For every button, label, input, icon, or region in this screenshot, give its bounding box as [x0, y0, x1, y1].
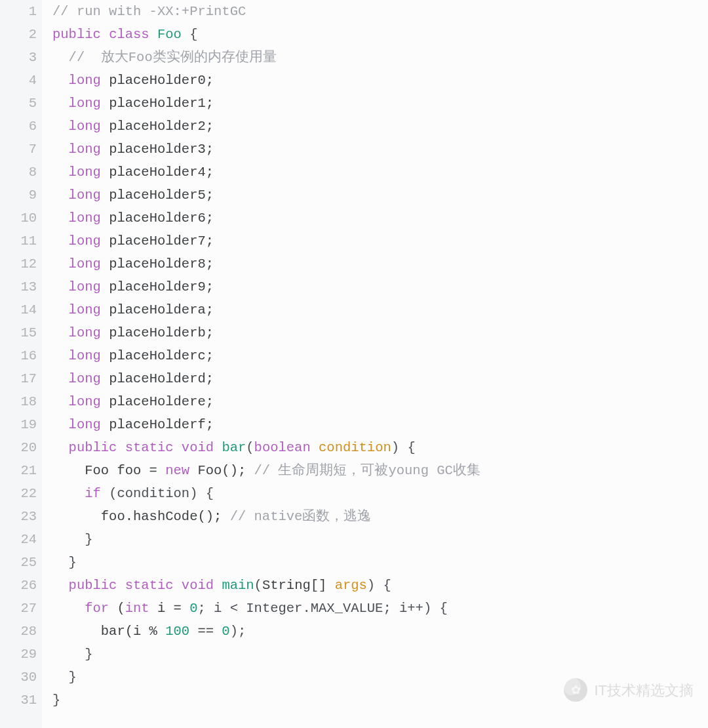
code-line: } — [52, 689, 708, 712]
line-number: 20 — [0, 436, 37, 459]
line-number: 23 — [0, 505, 37, 528]
code-line: } — [52, 528, 708, 551]
line-number: 30 — [0, 666, 37, 689]
line-number: 28 — [0, 620, 37, 643]
code-line: // run with -XX:+PrintGC — [52, 0, 708, 23]
code-line: long placeHolderf; — [52, 413, 708, 436]
line-number: 2 — [0, 23, 37, 46]
code-line: long placeHoldera; — [52, 298, 708, 321]
code-line: long placeHolder3; — [52, 138, 708, 161]
code-line: for (int i = 0; i < Integer.MAX_VALUE; i… — [52, 597, 708, 620]
line-number: 12 — [0, 253, 37, 275]
code-line: } — [52, 551, 708, 574]
code-line: public static void bar(boolean condition… — [52, 436, 708, 459]
code-line: // 放大Foo类实例的内存使用量 — [52, 46, 708, 69]
code-line: public static void main(String[] args) { — [52, 574, 708, 597]
line-number: 18 — [0, 390, 37, 413]
code-line: long placeHolder4; — [52, 161, 708, 184]
code-line: if (condition) { — [52, 482, 708, 505]
line-number: 17 — [0, 367, 37, 390]
code-line: Foo foo = new Foo(); // 生命周期短，可被young GC… — [52, 459, 708, 482]
code-line: long placeHoldere; — [52, 390, 708, 413]
line-number: 26 — [0, 574, 37, 597]
code-line: long placeHolder7; — [52, 230, 708, 253]
line-number: 19 — [0, 413, 37, 436]
code-line: } — [52, 643, 708, 666]
line-number: 24 — [0, 528, 37, 551]
code-line: long placeHolder1; — [52, 92, 708, 115]
line-number: 25 — [0, 551, 37, 574]
line-number: 27 — [0, 597, 37, 620]
line-number: 29 — [0, 643, 37, 666]
line-number: 4 — [0, 69, 37, 92]
line-number: 6 — [0, 115, 37, 138]
line-number: 16 — [0, 344, 37, 367]
code-line: long placeHolder2; — [52, 115, 708, 138]
line-number: 15 — [0, 321, 37, 344]
line-number: 9 — [0, 184, 37, 207]
code-line: long placeHolderc; — [52, 344, 708, 367]
code-line: long placeHolderd; — [52, 367, 708, 390]
code-line: long placeHolderb; — [52, 321, 708, 344]
line-number: 3 — [0, 46, 37, 69]
line-number: 22 — [0, 482, 37, 505]
line-number: 11 — [0, 230, 37, 253]
code-area: // run with -XX:+PrintGCpublic class Foo… — [42, 0, 708, 728]
line-number: 5 — [0, 92, 37, 115]
line-number: 13 — [0, 275, 37, 298]
code-line: long placeHolder6; — [52, 207, 708, 230]
line-number: 21 — [0, 459, 37, 482]
code-line: long placeHolder9; — [52, 275, 708, 298]
code-line: public class Foo { — [52, 23, 708, 46]
line-number: 8 — [0, 161, 37, 184]
line-number: 7 — [0, 138, 37, 161]
code-line: long placeHolder0; — [52, 69, 708, 92]
code-line: bar(i % 100 == 0); — [52, 620, 708, 643]
code-editor: 1234567891011121314151617181920212223242… — [0, 0, 708, 728]
line-number: 10 — [0, 207, 37, 230]
line-number: 31 — [0, 689, 37, 712]
code-line: } — [52, 666, 708, 689]
code-line: long placeHolder5; — [52, 184, 708, 207]
line-number-gutter: 1234567891011121314151617181920212223242… — [0, 0, 42, 728]
code-line: foo.hashCode(); // native函数，逃逸 — [52, 505, 708, 528]
code-line: long placeHolder8; — [52, 253, 708, 275]
line-number: 14 — [0, 298, 37, 321]
line-number: 1 — [0, 0, 37, 23]
